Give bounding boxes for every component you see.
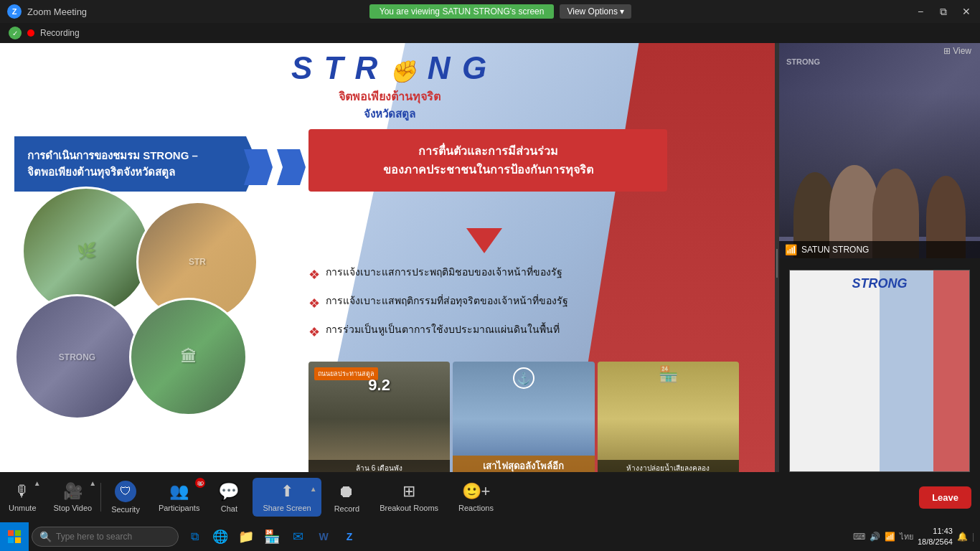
bullets-container: ❖ การแจ้งเบาะแสการประพฤติมิชอบของเจ้าหน้… — [308, 265, 725, 352]
system-clock: 11:43 18/8/2564 — [918, 526, 953, 548]
photo-circle-3: STRONG — [14, 294, 140, 420]
province-text: จังหวัดสตูล — [291, 105, 488, 123]
strong-header: S T R ✊ N G จิตพอเพียงต้านทุจริต จังหวัด… — [291, 50, 488, 123]
participants-caret-icon[interactable]: ▲ — [197, 479, 204, 487]
shield-icon: ✓ — [9, 27, 22, 39]
side-video: STRONG 📶 SATUN STRONG — [779, 43, 980, 258]
photo-collage: 🌿 STR STRONG 🏛 — [7, 187, 301, 474]
reactions-icon: 🙂+ — [462, 482, 491, 501]
share-screen-button[interactable]: ⬆ Share Screen ▲ — [253, 478, 321, 517]
unmute-button[interactable]: 🎙 Unmute ▲ — [0, 472, 45, 522]
close-button[interactable]: ✕ — [960, 6, 973, 17]
svg-rect-0 — [8, 530, 14, 536]
satun-strong-label: 📶 SATUN STRONG — [779, 241, 980, 258]
record-button[interactable]: ⏺ Record — [324, 472, 369, 522]
side-panel: STRONG 📶 SATUN STRONG STRONG — [779, 43, 980, 484]
share-screen-caret-icon[interactable]: ▲ — [310, 485, 317, 493]
edge-icon[interactable]: 🌐 — [207, 522, 233, 551]
search-bar[interactable]: 🔍 — [32, 527, 179, 547]
resize-handle[interactable] — [775, 43, 779, 484]
show-desktop-button[interactable]: | — [972, 532, 974, 542]
strong-letter-t: T — [324, 50, 344, 85]
svg-rect-2 — [8, 537, 14, 543]
signal-icon: 📶 — [785, 244, 797, 255]
circle-label-4: 🏛 — [181, 348, 197, 367]
photo-circle-4: 🏛 — [129, 298, 248, 416]
bullet-diamond-2: ❖ — [308, 295, 320, 313]
strong-letter-n: N — [428, 50, 452, 85]
strong-logo: S T R ✊ N G — [291, 50, 488, 86]
svg-rect-3 — [15, 537, 21, 543]
store-icon[interactable]: 🏪 — [259, 522, 285, 551]
titlebar-left: Z Zoom Meeting — [7, 4, 87, 19]
stop-video-button[interactable]: 🎥 Stop Video ▲ — [45, 472, 101, 522]
zoom-taskbar-icon[interactable]: Z — [336, 522, 362, 551]
blue-arrow-1 — [244, 149, 273, 185]
unmute-caret-icon[interactable]: ▲ — [34, 479, 41, 487]
bullet-diamond-3: ❖ — [308, 324, 320, 342]
strong-letter-r: R — [355, 50, 380, 85]
zoom-taskbar: 🎙 Unmute ▲ 🎥 Stop Video ▲ 🛡 Security 👥 8… — [0, 472, 980, 522]
bullet-item-1: ❖ การแจ้งเบาะแสการประพฤติมิชอบของเจ้าหน้… — [308, 265, 725, 284]
side-slide-preview: STRONG — [779, 258, 980, 484]
maximize-button[interactable]: ⧉ — [937, 6, 950, 18]
chat-label: Chat — [221, 504, 237, 513]
task-view-button[interactable]: ⧉ — [182, 522, 207, 551]
blue-arrow-2 — [277, 149, 306, 185]
viewing-banner: You are viewing SATUN STRONG's screen — [369, 4, 555, 19]
breakout-rooms-button[interactable]: ⊞ Breakout Rooms — [369, 472, 448, 522]
titlebar-center: You are viewing SATUN STRONG's screen Vi… — [369, 4, 632, 19]
strong-letter-g: G — [462, 50, 488, 85]
strong-letter-s: S — [291, 50, 314, 85]
windows-start-button[interactable] — [0, 522, 29, 551]
search-input[interactable] — [56, 532, 171, 542]
left-box-line1: การดำเนินการของชมรม STRONG – — [27, 148, 245, 164]
left-blue-box: การดำเนินการของชมรม STRONG – จิตพอเพียงต… — [14, 136, 258, 192]
mail-icon[interactable]: ✉ — [285, 522, 311, 551]
fist-icon: ✊ — [390, 60, 418, 83]
zoom-app-icon: Z — [7, 4, 22, 19]
bottom-photos-row: ถนนยลประทานสตูล 9.2 ล้าน 6 เดือนพัง ⚓ เส… — [308, 362, 739, 476]
share-screen-label: Share Screen — [263, 504, 311, 512]
shield-security-icon: 🛡 — [115, 481, 136, 502]
stop-video-label: Stop Video — [54, 504, 93, 512]
svg-rect-1 — [15, 530, 21, 536]
security-button[interactable]: 🛡 Security — [101, 472, 150, 522]
main-content-area: S T R ✊ N G จิตพอเพียงต้านทุจริต จังหวัด… — [0, 43, 779, 484]
resize-handle-inner — [776, 249, 778, 278]
word-icon[interactable]: W — [311, 522, 336, 551]
titlebar-right: − ⧉ ✕ — [914, 6, 973, 18]
system-tray: ⌨ 🔊 📶 ไทย 11:43 18/8/2564 🔔 | — [853, 526, 980, 548]
search-icon: 🔍 — [39, 531, 52, 542]
reactions-button[interactable]: 🙂+ Reactions — [448, 472, 504, 522]
participants-label: Participants — [159, 504, 199, 512]
breakout-label: Breakout Rooms — [380, 504, 438, 512]
volume-icon[interactable]: 🔊 — [870, 532, 880, 542]
unmute-label: Unmute — [9, 504, 37, 512]
right-box-line2: ของภาคประชาชนในการป้องกันการทุจริต — [323, 161, 653, 179]
recording-label: Recording — [40, 28, 80, 38]
titlebar: Z Zoom Meeting You are viewing SATUN STR… — [0, 0, 980, 23]
right-box-line1: การตื่นตัวและการมีส่วนร่วม — [323, 142, 653, 161]
down-arrow — [466, 228, 502, 253]
building-icon: 🏪 — [659, 365, 678, 384]
presentation-slide: S T R ✊ N G จิตพอเพียงต้านทุจริต จังหวัด… — [0, 43, 779, 484]
participants-icon: 👥 — [169, 482, 189, 501]
keyboard-icon: ⌨ — [853, 532, 865, 542]
satun-strong-text: SATUN STRONG — [801, 245, 869, 255]
view-button[interactable]: ⊞ View — [943, 46, 971, 56]
stop-video-caret-icon[interactable]: ▲ — [89, 479, 96, 487]
side-strong-text: STRONG — [852, 276, 907, 291]
minimize-button[interactable]: − — [914, 6, 927, 17]
network-icon[interactable]: 📶 — [885, 532, 895, 542]
share-screen-icon: ⬆ — [281, 482, 293, 501]
view-options-button[interactable]: View Options ▾ — [560, 4, 631, 19]
leave-button[interactable]: Leave — [919, 486, 971, 509]
language-indicator: ไทย — [900, 530, 913, 543]
participants-button[interactable]: 👥 80 Participants ▲ — [150, 472, 208, 522]
chat-icon: 💬 — [218, 481, 240, 501]
explorer-icon[interactable]: 📁 — [233, 522, 259, 551]
chat-button[interactable]: 💬 Chat — [208, 472, 250, 522]
notification-icon[interactable]: 🔔 — [957, 532, 968, 542]
app-title: Zoom Meeting — [27, 6, 87, 17]
